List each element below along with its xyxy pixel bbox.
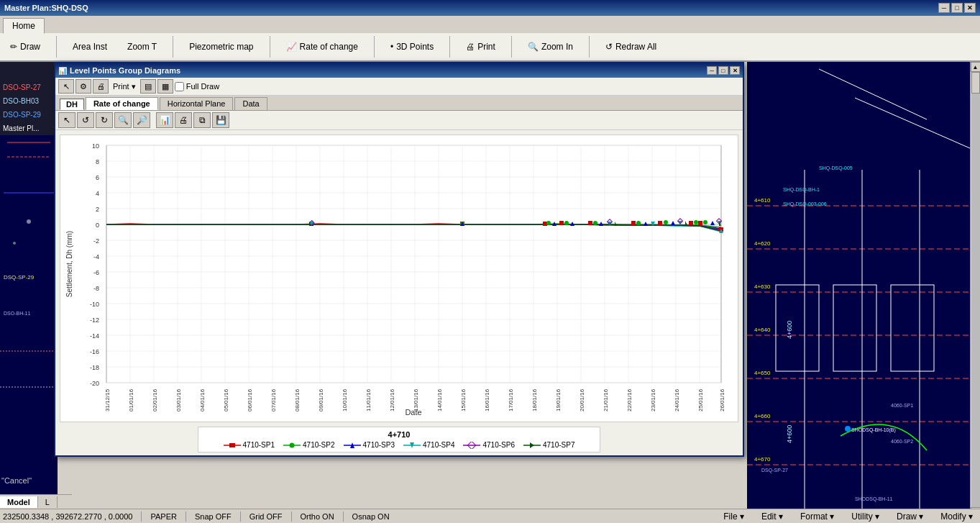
chart-bar-btn[interactable]: 📊 — [156, 112, 173, 128]
ribbon-draw[interactable]: ✏ Draw — [6, 40, 45, 53]
ribbon-area[interactable]: Area Inst — [68, 40, 111, 53]
main-area: DSO-SP-27 DSO-BH03 DSO-SP-29 Master Pl..… — [0, 62, 980, 517]
ribbon-rate-of-change[interactable]: 📈 Rate of change — [282, 40, 362, 53]
chart-cursor-btn[interactable]: ↖ — [58, 112, 75, 128]
ribbon-redraw[interactable]: ↺ Redraw All — [601, 40, 661, 53]
scroll-up-btn[interactable]: ▲ — [971, 62, 981, 72]
dialog-maximize-btn[interactable]: □ — [718, 66, 728, 75]
rate-icon: 📈 — [286, 42, 297, 52]
ribbon-zoom-in[interactable]: 🔍 Zoom In — [523, 40, 577, 53]
chart-zoom-out-btn[interactable]: 🔍 — [114, 112, 132, 128]
legend-sp4: 4710-SP4 — [403, 441, 454, 449]
left-item-dsq-sp29[interactable]: DSO-SP-29 — [0, 108, 58, 122]
svg-text:4+630: 4+630 — [754, 283, 771, 290]
svg-text:SHODSQ-BH-11: SHODSQ-BH-11 — [855, 496, 893, 502]
close-btn[interactable]: ✕ — [964, 3, 976, 13]
dialog-minimize-btn[interactable]: ─ — [707, 66, 717, 75]
svg-text:12/01/16: 12/01/16 — [389, 388, 395, 411]
toolbar-cursor-btn[interactable]: ↖ — [58, 79, 74, 94]
svg-text:DSQ-SP-29: DSQ-SP-29 — [4, 274, 35, 281]
ortho-status: Ortho ON — [301, 512, 334, 521]
tab-data[interactable]: Data — [234, 97, 267, 110]
status-div-3 — [240, 511, 241, 522]
svg-text:11/01/16: 11/01/16 — [365, 388, 372, 411]
toolbar-print-icon-btn[interactable]: 🖨 — [93, 79, 109, 94]
svg-text:14/01/16: 14/01/16 — [436, 388, 443, 411]
chart-undo-btn[interactable]: ↺ — [77, 112, 94, 128]
svg-text:26/01/16: 26/01/16 — [719, 388, 725, 411]
svg-text:-20: -20 — [90, 380, 99, 387]
svg-text:4+620: 4+620 — [754, 240, 771, 247]
ribbon-sep-5 — [449, 36, 450, 58]
format-menu[interactable]: Format ▾ — [796, 510, 838, 523]
svg-text:25/01/16: 25/01/16 — [697, 388, 704, 411]
toolbar-settings-btn[interactable]: ⚙ — [75, 79, 91, 94]
draw-menu[interactable]: Draw ▾ — [892, 510, 928, 523]
chart-redo-btn[interactable]: ↻ — [96, 112, 113, 128]
ribbon-sep-2 — [173, 36, 173, 58]
maximize-btn[interactable]: □ — [951, 3, 963, 13]
model-tab[interactable]: Model — [0, 496, 38, 508]
tab-dh[interactable]: DH — [60, 99, 84, 110]
left-item-dso-bh03[interactable]: DSO-BH03 — [0, 94, 58, 108]
tab-rate-of-change[interactable]: Rate of change — [86, 97, 158, 110]
left-item-master-pl[interactable]: Master Pl... — [0, 122, 58, 135]
svg-text:16/01/16: 16/01/16 — [484, 388, 490, 411]
toolbar-print-btn[interactable]: Print ▾ — [110, 82, 139, 91]
legend-items: 4710-SP1 4710-SP2 4710-SP3 4710-SP4 4710… — [224, 441, 575, 449]
ribbon-3d-points[interactable]: • 3D Points — [386, 40, 438, 53]
title-controls: ─ □ ✕ — [938, 3, 976, 13]
svg-text:4+650: 4+650 — [754, 370, 771, 376]
edit-menu[interactable]: Edit ▾ — [757, 510, 787, 523]
tab-horizontal-plane[interactable]: Horizontal Plane — [160, 97, 234, 110]
ribbon-print[interactable]: 🖨 Print — [462, 40, 500, 53]
svg-rect-131 — [698, 221, 702, 225]
svg-text:6: 6 — [96, 174, 99, 181]
ribbon-sep-3 — [270, 36, 270, 58]
svg-text:19/01/16: 19/01/16 — [555, 388, 562, 411]
svg-text:09/01/16: 09/01/16 — [318, 388, 324, 411]
svg-rect-113 — [588, 221, 592, 225]
right-scrollbar[interactable]: ▲ ▼ — [970, 62, 980, 517]
chart-copy-btn[interactable]: ⧉ — [193, 112, 211, 128]
tab-home[interactable]: Home — [3, 18, 45, 34]
ribbon-piezometric[interactable]: Piezometric map — [185, 40, 257, 53]
dialog-tabs: DH Rate of change Horizontal Plane Data — [55, 96, 743, 111]
paper-status: PAPER — [150, 512, 176, 521]
ribbon-zoom-t[interactable]: Zoom T — [123, 40, 161, 53]
status-bar: 232500.3348 , 392672.2770 , 0.0000 PAPER… — [0, 509, 980, 523]
utility-menu[interactable]: Utility ▾ — [847, 510, 884, 523]
snap-status: Snap OFF — [195, 512, 232, 521]
file-menu[interactable]: File ▾ — [719, 510, 748, 523]
svg-rect-119 — [631, 221, 636, 225]
svg-point-132 — [703, 220, 707, 224]
svg-rect-164 — [833, 285, 876, 371]
svg-text:4+600: 4+600 — [786, 425, 793, 443]
scroll-thumb[interactable] — [971, 72, 980, 94]
3d-icon: • — [390, 42, 393, 52]
svg-text:03/01/16: 03/01/16 — [175, 388, 182, 411]
dialog-title-controls: ─ □ ✕ — [707, 66, 740, 75]
svg-rect-140 — [229, 443, 235, 447]
modify-menu[interactable]: Modify ▾ — [936, 510, 977, 523]
full-draw-check[interactable]: Full Draw — [175, 82, 219, 91]
scroll-track[interactable] — [971, 72, 980, 507]
cancel-text: "Cancel" — [1, 476, 32, 485]
left-item-dso-sp27[interactable]: DSO-SP-27 — [0, 62, 58, 94]
toolbar-btn-b[interactable]: ▦ — [157, 79, 173, 94]
chart-print2-btn[interactable]: 🖨 — [175, 112, 192, 128]
svg-text:4060-SP2: 4060-SP2 — [891, 439, 913, 444]
svg-text:4+640: 4+640 — [754, 327, 771, 333]
full-draw-checkbox[interactable] — [175, 82, 184, 91]
svg-text:-6: -6 — [93, 269, 99, 276]
svg-point-3 — [27, 219, 31, 224]
dialog-close-btn[interactable]: ✕ — [730, 66, 740, 75]
chart-zoom-in-btn[interactable]: 🔎 — [133, 112, 150, 128]
svg-text:4060-SP1: 4060-SP1 — [891, 403, 913, 408]
layout-tab[interactable]: L — [38, 496, 58, 508]
toolbar-btn-a[interactable]: ▤ — [140, 79, 156, 94]
minimize-btn[interactable]: ─ — [938, 3, 950, 13]
svg-text:05/01/16: 05/01/16 — [223, 388, 229, 411]
chart-save-btn[interactable]: 💾 — [212, 112, 229, 128]
draw-icon: ✏ — [10, 42, 17, 52]
